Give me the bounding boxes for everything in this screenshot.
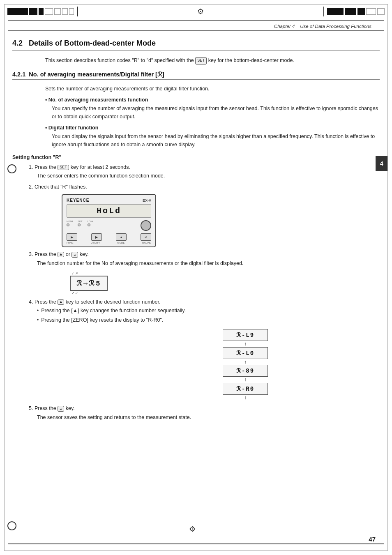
steps-list: 1. Press the SET key for at least 2 seco… [29, 164, 380, 421]
func-stack-item-3: ℛ-89 [223, 365, 268, 377]
sensor-brand: KEYENCE [67, 198, 89, 203]
indicator-high: HIGH [67, 220, 73, 231]
bullet-2-title: • Digital filter function [45, 125, 380, 131]
func-stack: ℛ-L9 ↑ ℛ-L0 ↑ ℛ-89 ↑ ℛ-R0 ↑ [111, 329, 380, 401]
func-btn[interactable]: ▶ [67, 233, 77, 241]
step-1: 1. Press the SET key for at least 2 seco… [29, 164, 380, 180]
intro-text-part2: key for the bottom-dead-center mode. [208, 58, 294, 63]
top-divider-left [77, 7, 78, 16]
main-content: 4.2 Details of Bottom-dead-center Mode T… [0, 31, 392, 434]
left-margin-circle-top [7, 164, 16, 173]
bar-seg-6 [62, 8, 68, 15]
bullet-1-text: You can specify the number of averaging … [52, 104, 380, 121]
bullet-2-text: You can display the signals input from t… [52, 132, 380, 149]
bar-seg-2 [29, 8, 37, 15]
sensor-model: EX-V [143, 198, 151, 203]
sub-bullet-2: • Pressing the [ZERO] key resets the dis… [37, 316, 380, 324]
step-5-key: ↵ [58, 406, 64, 412]
step-3-key1: ▲ [58, 252, 64, 257]
subsection-4-2-1-title: 4.2.1 No. of averaging measurements/Digi… [12, 71, 380, 80]
subsection-number: 4.2.1 [12, 71, 25, 78]
rbar-seg-3 [357, 8, 365, 15]
func-stack-arrow-2: ↑ [244, 359, 247, 365]
chapter-number: 4 [380, 160, 383, 167]
bullet-1-title: • No. of averaging measurements function [45, 97, 380, 103]
top-decoration: ⚙ [0, 0, 392, 16]
top-bar-right [327, 8, 385, 15]
top-divider-right [323, 7, 324, 16]
chapter-title-text: Use of Data Processing Functions [300, 24, 371, 29]
subsection-close: ] [162, 71, 164, 78]
step-5: 5. Press the ↵ key. The sensor saves the… [29, 405, 380, 421]
indicator-set: SET [78, 220, 83, 231]
chapter-header: Chapter 4 Use of Data Processing Functio… [8, 21, 384, 31]
func-display-wrapper: ↙ ↗ ℛ→ℛ5 ↗ ↙ [70, 272, 380, 295]
func-stack-arrow-4: ↑ [244, 395, 247, 401]
step-1-key: SET [58, 165, 69, 170]
bullet-2: • Digital filter function You can displa… [45, 125, 380, 149]
gear-icon-top: ⚙ [197, 7, 204, 16]
sensor-btn-labels: FUNC UTILITY MODE ONLINE [67, 242, 151, 244]
func-stack-arrow-1: ↑ [244, 341, 247, 347]
intro-text-part1: This section describes function codes "R… [45, 58, 194, 63]
utility-btn[interactable]: ▶ [91, 233, 102, 241]
rbar-seg-4 [366, 8, 376, 15]
step-1-num: 1. Press the SET key for at least 2 seco… [29, 164, 380, 170]
page-number: 47 [369, 536, 376, 543]
sensor-display-image: KEYENCE EX-V HoLd HIGH SET LOW [62, 194, 156, 247]
func-stack-item-2: ℛ-L0 [223, 347, 268, 359]
bar-seg-3 [39, 8, 44, 15]
left-margin-circle-bottom [7, 521, 16, 530]
top-bar-left [7, 8, 74, 15]
section-4-2-title: 4.2 Details of Bottom-dead-center Mode [12, 39, 380, 51]
bar-seg-4 [45, 8, 53, 15]
gear-icon-bottom: ⚙ [189, 525, 196, 534]
step-4-key: ▲ [58, 299, 64, 305]
subsection-symbol: ℛ [157, 71, 162, 78]
sensor-screen: HoLd [67, 204, 151, 218]
subsection-body-text: Sets the number of averaging measurement… [45, 86, 210, 92]
section-number: 4.2 [12, 39, 23, 47]
set-key-ref: SET [195, 57, 207, 64]
step-4-sub-bullets: • Pressing the [▲] key changes the funct… [37, 306, 380, 324]
step-5-num: 5. Press the ↵ key. [29, 405, 380, 412]
sensor-indicators: HIGH SET LOW [67, 220, 151, 231]
func-number-display: ℛ→ℛ5 [70, 276, 108, 291]
section-title-text: Details of Bottom-dead-center Mode [29, 39, 156, 47]
setting-function-label: Setting function "R" [12, 154, 380, 160]
func-stack-item-1: ℛ-L9 [223, 329, 268, 341]
step-4: 4. Press the ▲ key to select the desired… [29, 299, 380, 401]
step-1-desc: The sensor enters the common function se… [37, 172, 380, 180]
step-5-desc: The sensor saves the setting and returns… [37, 413, 380, 421]
section-intro: This section describes function codes "R… [45, 56, 380, 64]
subsection-title-text: No. of averaging measurements/Digital fi… [29, 71, 157, 78]
step-3-key2: ↵ [71, 252, 78, 258]
step-3: 3. Press the ▲ or ↵ key. The function nu… [29, 251, 380, 295]
rbar-seg-1 [327, 8, 344, 15]
online-btn[interactable]: ↵ [141, 233, 151, 241]
bar-seg-7 [69, 8, 74, 15]
subsection-body: Sets the number of averaging measurement… [45, 85, 380, 93]
step-2-num: 2. Check that "R" flashes. [29, 184, 380, 190]
step-3-desc: The function number for the No of averag… [37, 259, 380, 267]
bar-seg-1 [7, 8, 28, 15]
rbar-seg-2 [345, 8, 356, 15]
indicator-low: LOW [88, 220, 93, 231]
sensor-round-btn[interactable] [141, 220, 151, 231]
bar-seg-5 [54, 8, 61, 15]
chapter-label: Chapter 4 [274, 24, 295, 29]
func-stack-arrow-3: ↑ [244, 377, 247, 382]
step-2: 2. Check that "R" flashes. KEYENCE EX-V … [29, 184, 380, 247]
mode-btn[interactable]: ▲ [116, 233, 127, 241]
rbar-seg-5 [377, 8, 385, 15]
chapter-tab: 4 [376, 156, 388, 171]
bottom-bar [4, 544, 388, 551]
bottom-decoration [4, 543, 388, 551]
func-stack-item-4: ℛ-R0 [223, 383, 268, 395]
step-4-num: 4. Press the ▲ key to select the desired… [29, 299, 380, 305]
sensor-header: KEYENCE EX-V [67, 198, 151, 203]
step-3-num: 3. Press the ▲ or ↵ key. [29, 251, 380, 258]
bullet-1: • No. of averaging measurements function… [45, 97, 380, 121]
sub-bullet-1: • Pressing the [▲] key changes the funct… [37, 306, 380, 315]
